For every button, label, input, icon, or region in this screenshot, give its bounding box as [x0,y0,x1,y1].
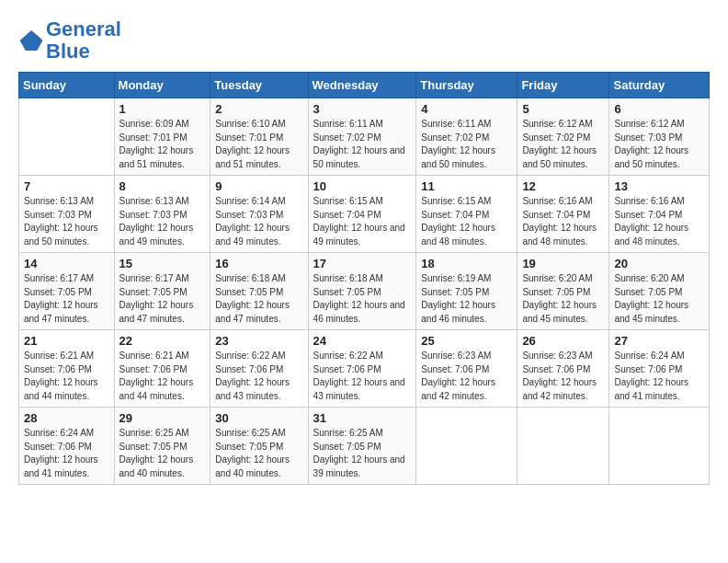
day-info: Sunrise: 6:19 AM Sunset: 7:05 PM Dayligh… [421,272,512,326]
day-info: Sunrise: 6:20 AM Sunset: 7:05 PM Dayligh… [522,272,604,326]
day-number: 15 [119,257,206,270]
day-number: 11 [421,179,512,193]
day-number: 2 [215,102,302,116]
day-info: Sunrise: 6:11 AM Sunset: 7:02 PM Dayligh… [421,118,512,171]
calendar-cell: 21Sunrise: 6:21 AM Sunset: 7:06 PM Dayli… [19,330,115,408]
day-info: Sunrise: 6:23 AM Sunset: 7:06 PM Dayligh… [522,350,604,403]
page-header: GeneralBlue [18,18,710,63]
day-number: 27 [614,334,704,348]
day-number: 30 [215,411,302,425]
day-info: Sunrise: 6:16 AM Sunset: 7:04 PM Dayligh… [614,195,704,248]
day-number: 7 [24,179,109,193]
calendar-table: SundayMondayTuesdayWednesdayThursdayFrid… [18,72,710,485]
logo: GeneralBlue [18,18,121,63]
day-number: 10 [313,179,412,193]
day-number: 25 [421,334,512,348]
calendar-cell: 13Sunrise: 6:16 AM Sunset: 7:04 PM Dayli… [609,176,710,253]
weekday-header: Wednesday [308,73,416,98]
day-number: 14 [24,257,109,270]
weekday-header: Friday [518,73,609,98]
day-number: 21 [24,334,109,348]
day-info: Sunrise: 6:15 AM Sunset: 7:04 PM Dayligh… [313,195,412,248]
weekday-header: Monday [114,73,210,98]
calendar-cell: 4Sunrise: 6:11 AM Sunset: 7:02 PM Daylig… [416,98,518,176]
day-info: Sunrise: 6:25 AM Sunset: 7:05 PM Dayligh… [215,427,302,480]
day-number: 26 [522,334,604,348]
day-number: 13 [614,179,704,193]
calendar-cell: 18Sunrise: 6:19 AM Sunset: 7:05 PM Dayli… [416,253,518,330]
day-info: Sunrise: 6:22 AM Sunset: 7:06 PM Dayligh… [215,350,302,403]
weekday-header: Saturday [609,73,710,98]
day-info: Sunrise: 6:14 AM Sunset: 7:03 PM Dayligh… [215,195,302,248]
calendar-cell: 7Sunrise: 6:13 AM Sunset: 7:03 PM Daylig… [19,176,115,253]
day-info: Sunrise: 6:11 AM Sunset: 7:02 PM Dayligh… [313,118,412,171]
day-number: 12 [522,179,604,193]
day-info: Sunrise: 6:24 AM Sunset: 7:06 PM Dayligh… [24,427,109,480]
svg-marker-0 [20,30,43,51]
day-info: Sunrise: 6:24 AM Sunset: 7:06 PM Dayligh… [614,350,704,403]
day-info: Sunrise: 6:21 AM Sunset: 7:06 PM Dayligh… [119,350,206,403]
calendar-cell: 2Sunrise: 6:10 AM Sunset: 7:01 PM Daylig… [210,98,308,176]
calendar-cell: 14Sunrise: 6:17 AM Sunset: 7:05 PM Dayli… [19,253,115,330]
day-info: Sunrise: 6:20 AM Sunset: 7:05 PM Dayligh… [614,272,704,326]
day-info: Sunrise: 6:13 AM Sunset: 7:03 PM Dayligh… [119,195,206,248]
day-info: Sunrise: 6:23 AM Sunset: 7:06 PM Dayligh… [421,350,512,403]
calendar-cell: 17Sunrise: 6:18 AM Sunset: 7:05 PM Dayli… [308,253,416,330]
day-number: 8 [119,179,206,193]
weekday-header: Thursday [416,73,518,98]
day-number: 9 [215,179,302,193]
day-info: Sunrise: 6:12 AM Sunset: 7:03 PM Dayligh… [614,118,704,171]
calendar-cell: 31Sunrise: 6:25 AM Sunset: 7:05 PM Dayli… [308,408,416,485]
calendar-cell: 3Sunrise: 6:11 AM Sunset: 7:02 PM Daylig… [308,98,416,176]
calendar-cell [518,408,609,485]
calendar-week-row: 1Sunrise: 6:09 AM Sunset: 7:01 PM Daylig… [19,98,710,176]
calendar-cell: 10Sunrise: 6:15 AM Sunset: 7:04 PM Dayli… [308,176,416,253]
calendar-week-row: 7Sunrise: 6:13 AM Sunset: 7:03 PM Daylig… [19,176,710,253]
calendar-cell: 6Sunrise: 6:12 AM Sunset: 7:03 PM Daylig… [609,98,710,176]
day-info: Sunrise: 6:18 AM Sunset: 7:05 PM Dayligh… [313,272,412,326]
day-info: Sunrise: 6:09 AM Sunset: 7:01 PM Dayligh… [119,118,206,171]
weekday-header: Sunday [19,73,115,98]
calendar-cell [416,408,518,485]
calendar-week-row: 21Sunrise: 6:21 AM Sunset: 7:06 PM Dayli… [19,330,710,408]
day-number: 16 [215,257,302,270]
calendar-cell: 15Sunrise: 6:17 AM Sunset: 7:05 PM Dayli… [114,253,210,330]
day-number: 20 [614,257,704,270]
calendar-cell: 8Sunrise: 6:13 AM Sunset: 7:03 PM Daylig… [114,176,210,253]
day-number: 29 [119,411,206,425]
day-number: 6 [614,102,704,116]
day-number: 24 [313,334,412,348]
calendar-cell: 28Sunrise: 6:24 AM Sunset: 7:06 PM Dayli… [19,408,115,485]
day-number: 28 [24,411,109,425]
calendar-cell: 22Sunrise: 6:21 AM Sunset: 7:06 PM Dayli… [114,330,210,408]
day-number: 31 [313,411,412,425]
calendar-week-row: 28Sunrise: 6:24 AM Sunset: 7:06 PM Dayli… [19,408,710,485]
day-number: 1 [119,102,206,116]
calendar-cell: 12Sunrise: 6:16 AM Sunset: 7:04 PM Dayli… [518,176,609,253]
day-info: Sunrise: 6:18 AM Sunset: 7:05 PM Dayligh… [215,272,302,326]
calendar-cell: 30Sunrise: 6:25 AM Sunset: 7:05 PM Dayli… [210,408,308,485]
day-info: Sunrise: 6:12 AM Sunset: 7:02 PM Dayligh… [522,118,604,171]
day-info: Sunrise: 6:10 AM Sunset: 7:01 PM Dayligh… [215,118,302,171]
day-number: 22 [119,334,206,348]
day-info: Sunrise: 6:25 AM Sunset: 7:05 PM Dayligh… [119,427,206,480]
logo-text: GeneralBlue [46,18,121,63]
day-number: 17 [313,257,412,270]
day-info: Sunrise: 6:15 AM Sunset: 7:04 PM Dayligh… [421,195,512,248]
calendar-cell: 5Sunrise: 6:12 AM Sunset: 7:02 PM Daylig… [518,98,609,176]
day-number: 4 [421,102,512,116]
day-number: 23 [215,334,302,348]
calendar-cell: 23Sunrise: 6:22 AM Sunset: 7:06 PM Dayli… [210,330,308,408]
day-number: 5 [522,102,604,116]
weekday-header: Tuesday [210,73,308,98]
day-info: Sunrise: 6:25 AM Sunset: 7:05 PM Dayligh… [313,427,412,480]
day-info: Sunrise: 6:17 AM Sunset: 7:05 PM Dayligh… [119,272,206,326]
day-number: 19 [522,257,604,270]
calendar-cell [609,408,710,485]
day-info: Sunrise: 6:16 AM Sunset: 7:04 PM Dayligh… [522,195,604,248]
calendar-cell: 19Sunrise: 6:20 AM Sunset: 7:05 PM Dayli… [518,253,609,330]
calendar-cell: 25Sunrise: 6:23 AM Sunset: 7:06 PM Dayli… [416,330,518,408]
calendar-week-row: 14Sunrise: 6:17 AM Sunset: 7:05 PM Dayli… [19,253,710,330]
day-number: 18 [421,257,512,270]
calendar-cell: 27Sunrise: 6:24 AM Sunset: 7:06 PM Dayli… [609,330,710,408]
